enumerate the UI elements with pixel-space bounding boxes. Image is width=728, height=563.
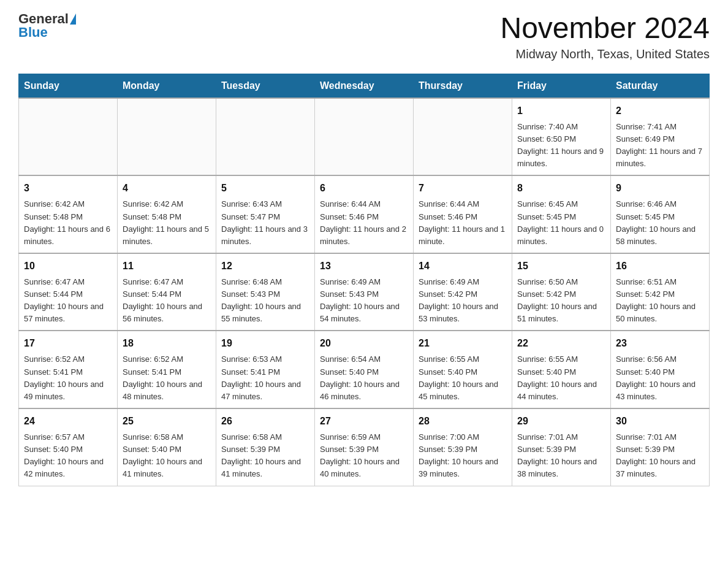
day-number: 6 — [320, 181, 408, 196]
day-info: Sunrise: 7:01 AM Sunset: 5:39 PM Dayligh… — [517, 432, 597, 478]
day-info: Sunrise: 7:40 AM Sunset: 6:50 PM Dayligh… — [517, 122, 604, 168]
calendar-cell-week3-day5: 14Sunrise: 6:49 AM Sunset: 5:42 PM Dayli… — [414, 253, 512, 331]
day-number: 1 — [517, 104, 605, 118]
day-info: Sunrise: 7:00 AM Sunset: 5:39 PM Dayligh… — [419, 432, 498, 478]
weekday-header-sunday: Sunday — [19, 74, 118, 98]
day-number: 30 — [616, 414, 704, 429]
calendar-cell-week1-day6: 1Sunrise: 7:40 AM Sunset: 6:50 PM Daylig… — [512, 98, 611, 176]
calendar-cell-week3-day1: 10Sunrise: 6:47 AM Sunset: 5:44 PM Dayli… — [19, 253, 118, 331]
weekday-header-saturday: Saturday — [611, 74, 710, 98]
calendar-cell-week4-day6: 22Sunrise: 6:55 AM Sunset: 5:40 PM Dayli… — [512, 331, 611, 408]
calendar-cell-week3-day7: 16Sunrise: 6:51 AM Sunset: 5:42 PM Dayli… — [611, 253, 710, 331]
day-number: 25 — [123, 414, 211, 429]
day-info: Sunrise: 6:49 AM Sunset: 5:43 PM Dayligh… — [320, 277, 400, 323]
day-info: Sunrise: 7:41 AM Sunset: 6:49 PM Dayligh… — [616, 122, 702, 168]
day-info: Sunrise: 6:55 AM Sunset: 5:40 PM Dayligh… — [517, 354, 597, 400]
day-number: 16 — [616, 259, 704, 274]
calendar-cell-week2-day1: 3Sunrise: 6:42 AM Sunset: 5:48 PM Daylig… — [19, 175, 118, 253]
day-info: Sunrise: 7:01 AM Sunset: 5:39 PM Dayligh… — [616, 432, 696, 478]
calendar-cell-week1-day5 — [414, 98, 512, 176]
calendar-title: November 2024 — [500, 12, 710, 45]
day-number: 4 — [123, 181, 211, 196]
calendar-cell-week3-day4: 13Sunrise: 6:49 AM Sunset: 5:43 PM Dayli… — [315, 253, 414, 331]
day-number: 3 — [24, 181, 112, 196]
day-number: 17 — [24, 336, 112, 351]
weekday-header-row: SundayMondayTuesdayWednesdayThursdayFrid… — [19, 74, 710, 98]
calendar-cell-week5-day7: 30Sunrise: 7:01 AM Sunset: 5:39 PM Dayli… — [611, 408, 710, 486]
calendar-cell-week2-day6: 8Sunrise: 6:45 AM Sunset: 5:45 PM Daylig… — [512, 175, 611, 253]
calendar-cell-week1-day1 — [19, 98, 118, 176]
day-number: 11 — [123, 259, 211, 274]
calendar-cell-week1-day7: 2Sunrise: 7:41 AM Sunset: 6:49 PM Daylig… — [611, 98, 710, 176]
day-info: Sunrise: 6:53 AM Sunset: 5:41 PM Dayligh… — [221, 354, 301, 400]
logo-blue-text: Blue — [18, 26, 48, 39]
day-info: Sunrise: 6:51 AM Sunset: 5:42 PM Dayligh… — [616, 277, 696, 323]
calendar-cell-week1-day4 — [315, 98, 414, 176]
weekday-header-monday: Monday — [118, 74, 216, 98]
weekday-header-friday: Friday — [512, 74, 611, 98]
day-number: 9 — [616, 181, 704, 196]
calendar-cell-week2-day3: 5Sunrise: 6:43 AM Sunset: 5:47 PM Daylig… — [216, 175, 315, 253]
calendar-week-row-2: 3Sunrise: 6:42 AM Sunset: 5:48 PM Daylig… — [19, 175, 710, 253]
day-number: 26 — [221, 414, 309, 429]
calendar-cell-week4-day5: 21Sunrise: 6:55 AM Sunset: 5:40 PM Dayli… — [414, 331, 512, 408]
calendar-week-row-3: 10Sunrise: 6:47 AM Sunset: 5:44 PM Dayli… — [19, 253, 710, 331]
day-number: 27 — [320, 414, 408, 429]
calendar-cell-week1-day2 — [118, 98, 216, 176]
calendar-cell-week1-day3 — [216, 98, 315, 176]
logo-triangle-icon — [70, 13, 76, 25]
day-info: Sunrise: 6:46 AM Sunset: 5:45 PM Dayligh… — [616, 199, 696, 245]
day-number: 24 — [24, 414, 112, 429]
day-info: Sunrise: 6:49 AM Sunset: 5:42 PM Dayligh… — [419, 277, 498, 323]
day-info: Sunrise: 6:48 AM Sunset: 5:43 PM Dayligh… — [221, 277, 301, 323]
day-info: Sunrise: 6:52 AM Sunset: 5:41 PM Dayligh… — [123, 354, 202, 400]
day-number: 5 — [221, 181, 309, 196]
day-number: 19 — [221, 336, 309, 351]
day-number: 8 — [517, 181, 605, 196]
calendar-cell-week5-day5: 28Sunrise: 7:00 AM Sunset: 5:39 PM Dayli… — [414, 408, 512, 486]
day-number: 15 — [517, 259, 605, 274]
calendar-week-row-4: 17Sunrise: 6:52 AM Sunset: 5:41 PM Dayli… — [19, 331, 710, 408]
title-area: November 2024 Midway North, Texas, Unite… — [500, 12, 710, 61]
day-info: Sunrise: 6:42 AM Sunset: 5:48 PM Dayligh… — [24, 199, 110, 245]
day-number: 18 — [123, 336, 211, 351]
day-number: 7 — [419, 181, 507, 196]
day-info: Sunrise: 6:58 AM Sunset: 5:39 PM Dayligh… — [221, 432, 301, 478]
day-info: Sunrise: 6:57 AM Sunset: 5:40 PM Dayligh… — [24, 432, 104, 478]
day-number: 12 — [221, 259, 309, 274]
day-number: 29 — [517, 414, 605, 429]
day-info: Sunrise: 6:44 AM Sunset: 5:46 PM Dayligh… — [419, 199, 505, 245]
day-info: Sunrise: 6:45 AM Sunset: 5:45 PM Dayligh… — [517, 199, 604, 245]
day-info: Sunrise: 6:47 AM Sunset: 5:44 PM Dayligh… — [123, 277, 202, 323]
weekday-header-thursday: Thursday — [414, 74, 512, 98]
day-number: 2 — [616, 104, 704, 118]
day-number: 28 — [419, 414, 507, 429]
calendar-cell-week2-day2: 4Sunrise: 6:42 AM Sunset: 5:48 PM Daylig… — [118, 175, 216, 253]
calendar-cell-week5-day4: 27Sunrise: 6:59 AM Sunset: 5:39 PM Dayli… — [315, 408, 414, 486]
day-number: 10 — [24, 259, 112, 274]
logo: General Blue — [18, 12, 76, 39]
calendar-week-row-1: 1Sunrise: 7:40 AM Sunset: 6:50 PM Daylig… — [19, 98, 710, 176]
day-info: Sunrise: 6:50 AM Sunset: 5:42 PM Dayligh… — [517, 277, 597, 323]
calendar-subtitle: Midway North, Texas, United States — [500, 47, 710, 61]
calendar-cell-week4-day1: 17Sunrise: 6:52 AM Sunset: 5:41 PM Dayli… — [19, 331, 118, 408]
day-info: Sunrise: 6:58 AM Sunset: 5:40 PM Dayligh… — [123, 432, 202, 478]
calendar-cell-week2-day4: 6Sunrise: 6:44 AM Sunset: 5:46 PM Daylig… — [315, 175, 414, 253]
calendar-cell-week5-day2: 25Sunrise: 6:58 AM Sunset: 5:40 PM Dayli… — [118, 408, 216, 486]
calendar-cell-week4-day3: 19Sunrise: 6:53 AM Sunset: 5:41 PM Dayli… — [216, 331, 315, 408]
day-info: Sunrise: 6:55 AM Sunset: 5:40 PM Dayligh… — [419, 354, 498, 400]
day-info: Sunrise: 6:44 AM Sunset: 5:46 PM Dayligh… — [320, 199, 406, 245]
calendar-table: SundayMondayTuesdayWednesdayThursdayFrid… — [18, 74, 710, 486]
day-info: Sunrise: 6:59 AM Sunset: 5:39 PM Dayligh… — [320, 432, 400, 478]
day-number: 21 — [419, 336, 507, 351]
day-info: Sunrise: 6:54 AM Sunset: 5:40 PM Dayligh… — [320, 354, 400, 400]
day-info: Sunrise: 6:56 AM Sunset: 5:40 PM Dayligh… — [616, 354, 696, 400]
day-info: Sunrise: 6:47 AM Sunset: 5:44 PM Dayligh… — [24, 277, 104, 323]
day-number: 23 — [616, 336, 704, 351]
day-number: 20 — [320, 336, 408, 351]
page-header: General Blue November 2024 Midway North,… — [18, 12, 710, 61]
calendar-cell-week5-day3: 26Sunrise: 6:58 AM Sunset: 5:39 PM Dayli… — [216, 408, 315, 486]
calendar-cell-week2-day5: 7Sunrise: 6:44 AM Sunset: 5:46 PM Daylig… — [414, 175, 512, 253]
calendar-cell-week4-day4: 20Sunrise: 6:54 AM Sunset: 5:40 PM Dayli… — [315, 331, 414, 408]
calendar-week-row-5: 24Sunrise: 6:57 AM Sunset: 5:40 PM Dayli… — [19, 408, 710, 486]
